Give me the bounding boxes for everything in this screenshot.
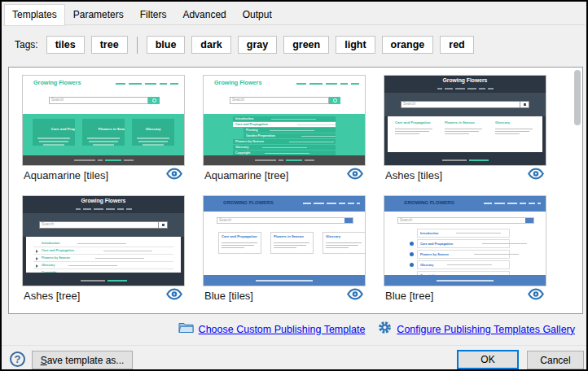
tag-button-gray[interactable]: gray bbox=[238, 36, 277, 54]
tab-parameters[interactable]: Parameters bbox=[65, 4, 132, 26]
site-nav bbox=[116, 83, 178, 85]
template-thumbnail[interactable]: Growing FlowersSearchIntroductionCare an… bbox=[22, 195, 185, 286]
save-template-button[interactable]: Save template as... bbox=[32, 351, 133, 369]
text-line bbox=[340, 83, 348, 85]
text-line bbox=[395, 131, 429, 132]
text-line bbox=[351, 83, 359, 85]
site-search: Search bbox=[39, 221, 168, 229]
text-line bbox=[469, 159, 489, 161]
text-line bbox=[507, 203, 517, 204]
text-line bbox=[445, 133, 469, 134]
template-thumbnail[interactable]: GROWING FLOWERSSearchIntroductionCare an… bbox=[384, 195, 546, 286]
site-title: GROWING FLOWERS bbox=[223, 200, 274, 206]
text-line bbox=[538, 203, 541, 204]
text-line bbox=[81, 280, 105, 282]
text-line bbox=[271, 119, 316, 120]
tab-filters[interactable]: Filters bbox=[132, 4, 175, 26]
text-line bbox=[339, 203, 345, 204]
text-line bbox=[447, 264, 492, 265]
site-search: Search bbox=[217, 217, 353, 224]
micro-text: Pruning bbox=[246, 129, 258, 132]
micro-text: Care and Propagation bbox=[51, 128, 75, 132]
tree-row: Care and Propagation bbox=[33, 248, 173, 255]
tags-row: Tags: tiles tree blue dark gray green li… bbox=[15, 36, 474, 54]
site-footer bbox=[204, 275, 365, 286]
tag-button-red[interactable]: red bbox=[440, 36, 473, 54]
preview-eye-icon[interactable] bbox=[527, 288, 545, 303]
content-area: Care and PropagationFlowers in SeasonGlo… bbox=[388, 116, 542, 152]
preview-eye-icon[interactable] bbox=[346, 288, 364, 303]
micro-text: Flowers in Season bbox=[445, 120, 469, 124]
micro-text: Introduction bbox=[420, 231, 438, 234]
template-card[interactable]: GROWING FLOWERSSearchIntroductionCare an… bbox=[384, 195, 546, 305]
tab-advanced[interactable]: Advanced bbox=[174, 4, 234, 26]
micro-text: Flowers in Season bbox=[274, 234, 296, 238]
template-name: Blue [tiles] bbox=[204, 290, 253, 302]
configure-gallery-link[interactable]: Configure Publishing Templates Gallery bbox=[378, 321, 575, 338]
site-title: GROWING FLOWERS bbox=[404, 200, 454, 206]
template-thumbnail[interactable]: Growing FlowersSearchCare and Propagatio… bbox=[22, 75, 185, 166]
text-line bbox=[296, 83, 306, 85]
template-card[interactable]: Growing FlowersSearchIntroductionCare an… bbox=[22, 195, 185, 305]
micro-text: Flowers in Season bbox=[99, 128, 125, 132]
text-line bbox=[222, 247, 244, 248]
configure-gallery-label: Configure Publishing Templates Gallery bbox=[397, 324, 575, 335]
text-line bbox=[445, 88, 453, 89]
tree-row: Pruning bbox=[244, 128, 336, 133]
micro-text: Glossary bbox=[235, 146, 248, 149]
tab-output[interactable]: Output bbox=[235, 4, 280, 26]
template-gallery-panel: Growing FlowersSearchCare and Propagatio… bbox=[8, 67, 583, 314]
content-column: Glossary bbox=[495, 120, 535, 148]
tag-button-blue[interactable]: blue bbox=[147, 36, 186, 54]
text-line bbox=[138, 141, 168, 142]
content-band: Care and PropagationFlowers in SeasonGlo… bbox=[23, 114, 184, 157]
template-thumbnail[interactable]: GROWING FLOWERSSearchCare and Propagatio… bbox=[203, 195, 366, 286]
text-line bbox=[297, 124, 336, 125]
template-card[interactable]: Growing FlowersSearchIntroductionCare an… bbox=[203, 75, 366, 185]
text-line bbox=[348, 203, 354, 204]
preview-eye-icon[interactable] bbox=[165, 288, 183, 303]
tag-button-dark[interactable]: dark bbox=[191, 36, 230, 54]
site-footer bbox=[384, 275, 546, 286]
help-button[interactable]: ? bbox=[10, 351, 25, 367]
content-tile: Care and Propagation bbox=[33, 119, 75, 146]
text-line bbox=[222, 245, 254, 246]
magnifier-icon bbox=[162, 224, 165, 226]
site-footer bbox=[384, 155, 546, 165]
text-line bbox=[103, 251, 152, 251]
tag-button-light[interactable]: light bbox=[336, 36, 375, 54]
ok-button[interactable]: OK bbox=[457, 350, 519, 369]
preview-eye-icon[interactable] bbox=[527, 168, 545, 183]
tag-button-green[interactable]: green bbox=[283, 36, 329, 54]
template-name: Aquamarine [tree] bbox=[204, 169, 288, 181]
template-thumbnail[interactable]: Growing FlowersSearchCare and Propagatio… bbox=[384, 75, 546, 166]
text-line bbox=[301, 136, 336, 137]
tag-button-orange[interactable]: orange bbox=[382, 36, 434, 54]
preview-eye-icon[interactable] bbox=[346, 168, 364, 183]
template-card[interactable]: Growing FlowersSearchCare and Propagatio… bbox=[384, 75, 546, 185]
site-footer bbox=[204, 155, 365, 165]
text-line bbox=[39, 141, 68, 142]
search-button bbox=[148, 97, 160, 104]
micro-text: Glossary bbox=[42, 264, 55, 267]
text-line bbox=[83, 208, 91, 210]
tag-button-tiles[interactable]: tiles bbox=[46, 36, 85, 54]
tab-templates[interactable]: Templates bbox=[4, 4, 65, 26]
preview-eye-icon[interactable] bbox=[165, 168, 183, 183]
text-line bbox=[495, 133, 520, 134]
choose-custom-template-label: Choose Custom Publishing Template bbox=[199, 324, 366, 335]
text-line bbox=[303, 203, 311, 204]
micro-text: Search bbox=[403, 102, 415, 106]
text-line bbox=[89, 141, 118, 142]
site-nav bbox=[296, 83, 359, 85]
template-thumbnail[interactable]: Growing FlowersSearchIntroductionCare an… bbox=[203, 75, 366, 166]
cancel-button[interactable]: Cancel bbox=[527, 351, 584, 369]
micro-text: Introduction bbox=[42, 242, 59, 245]
tag-button-tree[interactable]: tree bbox=[91, 36, 128, 54]
template-card[interactable]: GROWING FLOWERSSearchCare and Propagatio… bbox=[203, 195, 366, 305]
gallery-scrollbar[interactable] bbox=[574, 70, 581, 125]
template-card[interactable]: Growing FlowersSearchCare and Propagatio… bbox=[22, 75, 185, 185]
template-card-grid: Growing FlowersSearchCare and Propagatio… bbox=[22, 75, 546, 305]
micro-text: Flowers by Season bbox=[235, 140, 264, 143]
choose-custom-template-link[interactable]: Choose Custom Publishing Template bbox=[178, 321, 366, 337]
